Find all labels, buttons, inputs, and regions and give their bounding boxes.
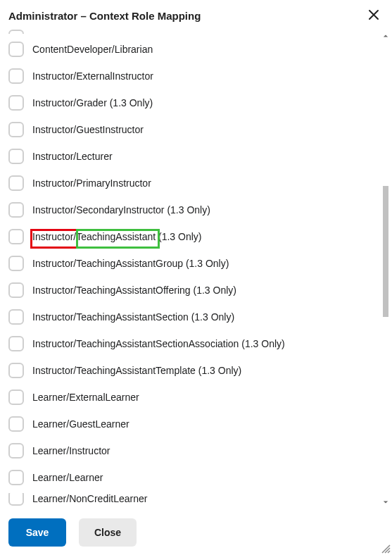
list-item: Instructor/GuestInstructor [8, 118, 372, 141]
checkbox[interactable] [8, 336, 24, 351]
list-item: Instructor/TeachingAssistantSection (1.3… [8, 306, 372, 328]
role-label: Instructor/TeachingAssistantSection (1.3… [32, 311, 234, 323]
list-item: Learner/ExternalLearner [8, 386, 372, 409]
save-button[interactable]: Save [8, 518, 66, 547]
role-label: Instructor/GuestInstructor [32, 124, 144, 135]
scrollbar-thumb[interactable] [383, 186, 388, 317]
resize-grip-icon[interactable] [379, 542, 391, 554]
checkbox[interactable] [8, 443, 24, 459]
role-label: Learner/NonCreditLearner [32, 493, 147, 504]
list-item: Instructor/TeachingAssistantTemplate (1.… [8, 359, 372, 382]
role-label: Instructor/Lecturer [32, 151, 113, 162]
checkbox[interactable] [8, 229, 24, 244]
list-item: Learner/Learner [8, 466, 372, 489]
scroll-up-icon[interactable] [381, 31, 391, 41]
dialog-title: Administrator – Context Role Mapping [8, 10, 201, 22]
role-label: Learner/GuestLearner [32, 418, 129, 430]
close-footer-button[interactable]: Close [79, 518, 137, 547]
list-item: Instructor/Lecturer [8, 145, 372, 168]
checkbox[interactable] [8, 122, 24, 137]
role-label: Instructor/Grader (1.3 Only) [32, 97, 153, 108]
list-item: Instructor/Grader (1.3 Only) [8, 92, 372, 114]
checkbox[interactable] [8, 282, 24, 298]
role-label: Learner/Learner [32, 472, 103, 483]
checkbox[interactable] [8, 95, 24, 111]
role-label-highlighted: Instructor/TeachingAssistant (1.3 Only) [32, 231, 201, 242]
role-label: Instructor/TeachingAssistantGroup (1.3 O… [32, 258, 229, 269]
list-item: Instructor/ExternalInstructor [8, 65, 372, 87]
checkbox[interactable] [8, 470, 24, 485]
list-item: Instructor/TeachingAssistantOffering (1.… [8, 279, 372, 301]
checkbox[interactable] [8, 309, 24, 325]
list-item: Instructor/TeachingAssistantSectionAssoc… [8, 332, 372, 355]
role-label: Instructor/TeachingAssistantOffering (1.… [32, 285, 236, 296]
checkbox[interactable] [8, 416, 24, 432]
checkbox[interactable] [8, 363, 24, 378]
checkbox[interactable] [8, 42, 24, 57]
list-item: Learner/NonCreditLearner [8, 493, 372, 506]
list-item: Instructor/PrimaryInstructor [8, 172, 372, 194]
checkbox[interactable] [8, 149, 24, 164]
scrollbar[interactable] [381, 31, 391, 507]
close-button[interactable] [364, 6, 384, 25]
highlight-text-b: TeachingAssistant [76, 231, 156, 242]
list-item: Learner/GuestLearner [8, 413, 372, 435]
role-label: Learner/Instructor [32, 445, 110, 456]
checkbox[interactable] [8, 493, 24, 506]
highlight-text-a: Instructor/ [32, 231, 76, 242]
role-label: Instructor/SecondaryInstructor (1.3 Only… [32, 204, 210, 216]
scroll-down-icon[interactable] [381, 497, 391, 507]
checkbox[interactable] [8, 202, 24, 218]
list-item: Instructor/TeachingAssistantGroup (1.3 O… [8, 252, 372, 275]
highlight-text-rest: (1.3 Only) [156, 231, 201, 242]
role-label: ContentDeveloper/Librarian [32, 44, 153, 55]
scroll-region: ContentDeveloper/Librarian Instructor/Ex… [0, 28, 392, 510]
list-item: Learner/Instructor [8, 439, 372, 462]
role-label: Instructor/ExternalInstructor [32, 70, 153, 82]
list-item: Instructor/SecondaryInstructor (1.3 Only… [8, 199, 372, 221]
role-label: Instructor/TeachingAssistantTemplate (1.… [32, 365, 241, 376]
role-label: Instructor/PrimaryInstructor [32, 177, 151, 189]
role-list: ContentDeveloper/Librarian Instructor/Ex… [8, 28, 372, 506]
checkbox[interactable] [8, 68, 24, 84]
close-icon [368, 9, 379, 23]
role-list-viewport[interactable]: ContentDeveloper/Librarian Instructor/Ex… [0, 28, 392, 510]
list-item [8, 28, 372, 34]
dialog: Administrator – Context Role Mapping Con… [0, 0, 392, 555]
role-label: Learner/ExternalLearner [32, 392, 139, 403]
checkbox[interactable] [8, 389, 24, 405]
dialog-header: Administrator – Context Role Mapping [0, 0, 392, 28]
list-item-highlighted: Instructor/TeachingAssistant (1.3 Only) [8, 225, 372, 248]
checkbox[interactable] [8, 256, 24, 271]
checkbox[interactable] [8, 30, 24, 34]
role-label: Instructor/TeachingAssistantSectionAssoc… [32, 338, 285, 349]
checkbox[interactable] [8, 175, 24, 191]
dialog-footer: Save Close [0, 510, 392, 555]
list-item: ContentDeveloper/Librarian [8, 38, 372, 61]
